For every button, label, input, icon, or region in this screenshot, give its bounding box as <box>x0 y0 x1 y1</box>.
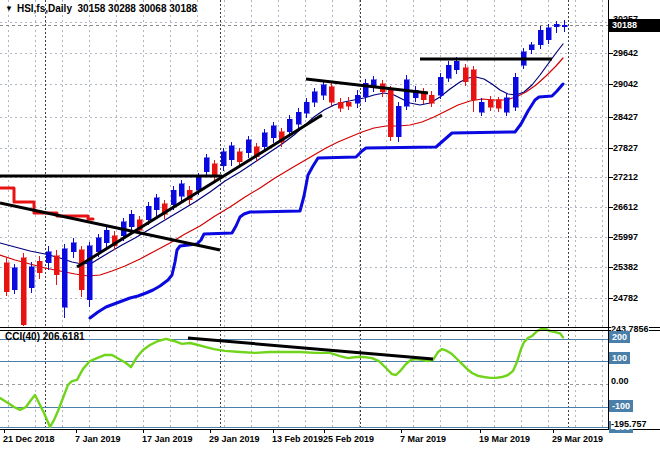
time-axis-label: 25 Feb 2019 <box>323 434 374 444</box>
time-axis-label: 29 Mar 2019 <box>552 434 603 444</box>
chart-menu-arrow-icon[interactable]: ▼ <box>5 4 13 13</box>
time-axis-label: 7 Jan 2019 <box>75 434 121 444</box>
current-price-badge: 30188 <box>609 19 660 32</box>
time-axis-label: 21 Dec 2018 <box>3 434 55 444</box>
mt4-chart-window: ▼HSI,fs,Daily 30158 30288 30068 30188 CC… <box>0 0 660 450</box>
cci-level-badge: 100 <box>609 352 630 364</box>
time-axis-label: 7 Mar 2019 <box>400 434 446 444</box>
cci-indicator-value: 206.6181 <box>43 331 85 342</box>
cci-level-badge: 200 <box>609 331 630 343</box>
price-axis-label: 25997 <box>613 232 659 242</box>
price-axis-label: 25382 <box>613 262 659 272</box>
price-axis-label: 29042 <box>613 79 659 89</box>
price-axis-label: 24782 <box>613 293 659 303</box>
price-axis-label: 27212 <box>613 172 659 182</box>
time-axis-label: 19 Mar 2019 <box>479 434 530 444</box>
price-axis-label: 26612 <box>613 202 659 212</box>
time-axis-label: 29 Jan 2019 <box>209 434 260 444</box>
time-axis-label: 13 Feb 2019 <box>272 434 323 444</box>
price-axis-label: 28427 <box>613 112 659 122</box>
cci-level-badge: -100 <box>609 400 633 412</box>
cci-min-label: -195.757 <box>611 419 647 429</box>
price-axis-label: 27827 <box>613 143 659 153</box>
symbol-period-label: HSI,fs,Daily <box>17 3 72 14</box>
ohlc-readout: 30158 30288 30068 30188 <box>78 3 198 14</box>
time-axis-label: 17 Jan 2019 <box>142 434 193 444</box>
cci-indicator-label: CCI(40) 206.6181 <box>5 331 85 342</box>
chart-title: ▼HSI,fs,Daily 30158 30288 30068 30188 <box>5 3 197 14</box>
price-axis-label: 29642 <box>613 48 659 58</box>
chart-canvas[interactable] <box>0 0 660 450</box>
cci-zero-label: 0.00 <box>611 376 629 386</box>
